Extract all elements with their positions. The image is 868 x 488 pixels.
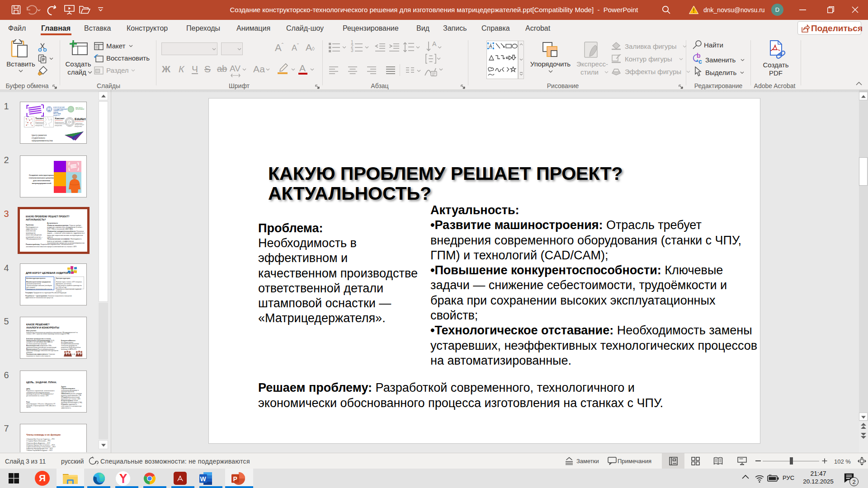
svg-text:А: А <box>432 41 437 47</box>
svg-text:W: W <box>200 475 207 483</box>
svg-text:P: P <box>233 475 237 483</box>
svg-text:c: c <box>698 58 702 65</box>
svg-text:А: А <box>489 43 492 49</box>
